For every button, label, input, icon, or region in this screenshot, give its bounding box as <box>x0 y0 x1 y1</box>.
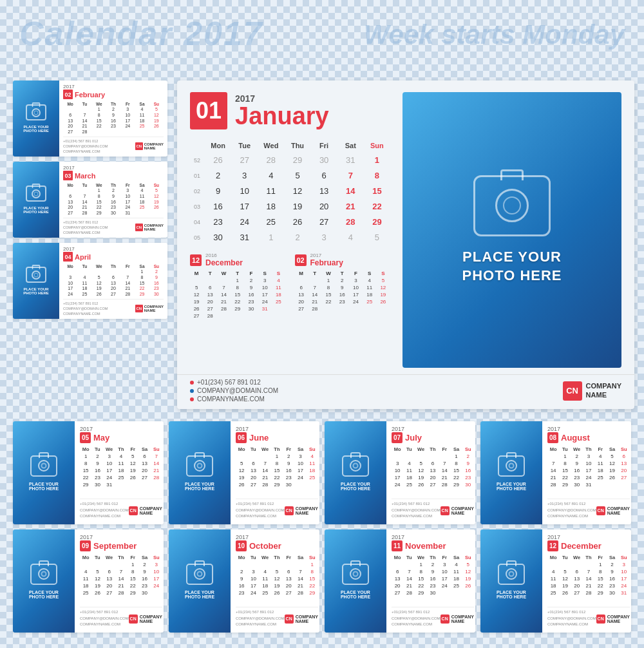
apr-num-box: 04 <box>63 252 73 262</box>
logo-box: CN <box>563 381 582 401</box>
january-name: January <box>235 104 329 128</box>
jul-content: 2017 07 July MoTuWeThFrSaSu 12 3456789 1… <box>386 421 475 524</box>
aug-photo-text: PLACE YOUR PHOTO HERE <box>497 482 526 491</box>
nov-photo-text: PLACE YOUR PHOTO HERE <box>341 590 370 599</box>
feb-photo-text: PLACE YOUR PHOTO HERE <box>23 125 49 133</box>
bottom-card-nov: PLACE YOUR PHOTO HERE 2017 11 November M… <box>325 529 475 633</box>
camera-icon-med-oct <box>186 564 213 585</box>
company-logo: CN COMPANY NAME <box>563 381 621 401</box>
mar-header: 2017 03 March <box>63 165 164 180</box>
feb-month-name: February <box>75 91 105 99</box>
sep-photo: PLACE YOUR PHOTO HERE <box>13 529 75 633</box>
mar-card-content: 2017 03 March MoTuWeThFrSaSu 12345 67891… <box>59 162 167 238</box>
mar-cal: MoTuWeThFrSaSu 12345 6789101112 13141516… <box>63 182 164 216</box>
main-calendar-section: 01 2017 January Mon Tue Wed Thu Fri Sat … <box>190 92 390 368</box>
mini-dec-num: 12 <box>190 254 202 266</box>
mini-dec-header: 12 2016 December <box>190 253 285 267</box>
may-photo: PLACE YOUR PHOTO HERE <box>13 421 75 524</box>
main-january-card: 01 2017 January Mon Tue Wed Thu Fri Sat … <box>177 81 634 409</box>
mar-num-box: 03 <box>63 171 73 180</box>
apr-footer: +01(234) 567 891 012 COMPANY@DOMAIN.COM … <box>63 299 164 317</box>
email-line: COMPANY@DOMAIN.COM <box>190 387 278 394</box>
jul-header: 2017 07 July <box>392 426 474 443</box>
apr-cal: MoTuWeThFrSaSu 12 3456789 10111213141516… <box>63 263 164 297</box>
oct-content: 2017 10 October MoTuWeThFrSaSu 1 2345678… <box>231 529 319 633</box>
main-contact-footer: +01(234) 567 891 012 COMPANY@DOMAIN.COM … <box>177 374 634 409</box>
jun-photo: PLACE YOUR PHOTO HERE <box>169 421 231 524</box>
camera-icon-med-jul <box>342 455 369 477</box>
camera-icon-med-jun <box>186 455 213 477</box>
sep-photo-text: PLACE YOUR PHOTO HERE <box>29 590 59 599</box>
feb-header: 2017 02 February <box>63 84 164 99</box>
watermark-title: Calendar 2017 <box>19 14 263 53</box>
company-name: COMPANY NAME <box>586 382 621 399</box>
dec-photo-text: PLACE YOUR PHOTO HERE <box>497 590 526 599</box>
camera-icon-med-dec <box>498 564 525 585</box>
cal-week-04: 04 23 24 25 26 27 28 29 <box>190 215 390 229</box>
camera-icon-small-apr <box>26 267 46 283</box>
january-month-header: 01 2017 January <box>190 92 390 129</box>
sidebar-card-feb: PLACE YOUR PHOTO HERE 2017 02 February M… <box>13 81 167 157</box>
jul-photo: PLACE YOUR PHOTO HERE <box>325 421 386 524</box>
camera-icon-small-feb <box>26 104 46 120</box>
phone-text: +01(234) 567 891 012 <box>197 379 261 386</box>
phone-line: +01(234) 567 891 012 <box>190 379 278 386</box>
apr-header: 2017 04 April <box>63 246 164 262</box>
sep-content: 2017 09 September MoTuWeThFrSaSu 123 456… <box>75 529 164 633</box>
bottom-card-jul: PLACE YOUR PHOTO HERE 2017 07 July MoTuW… <box>325 421 475 524</box>
nov-content: 2017 11 November MoTuWeThFrSaSu 12345 67… <box>386 529 475 633</box>
may-header: 2017 05 May <box>80 426 162 443</box>
apr-photo-text: PLACE YOUR PHOTO HERE <box>23 287 49 295</box>
feb-num-box: 02 <box>63 90 73 99</box>
mar-year: 2017 <box>63 165 75 171</box>
main-photo-placeholder: PLACE YOUR PHOTO HERE <box>402 92 621 368</box>
phone-dot <box>190 381 194 385</box>
bottom-card-aug: PLACE YOUR PHOTO HERE 2017 08 August MoT… <box>480 421 631 524</box>
cal-week-01: 01 2 3 4 5 6 7 8 <box>190 169 390 182</box>
camera-icon-med-nov <box>342 564 369 585</box>
aug-content: 2017 08 August MoTuWeThFrSaSu 123456 789… <box>542 421 631 524</box>
may-content: 2017 05 May MoTuWeThFrSaSu 1234567 89101… <box>75 421 164 524</box>
camera-icon-med-may <box>30 455 57 477</box>
january-grid: Mon Tue Wed Thu Fri Sat Sun 52 26 27 28 … <box>190 140 390 244</box>
mini-dec-name: December <box>205 258 243 267</box>
bottom-card-may: PLACE YOUR PHOTO HERE 2017 05 May MoTuWe… <box>13 421 164 524</box>
dec-header: 2017 12 December <box>547 534 630 551</box>
camera-icon-med-aug <box>498 455 525 477</box>
dec-content: 2017 12 December MoTuWeThFrSaSu 123 4567… <box>542 529 631 633</box>
may-photo-text: PLACE YOUR PHOTO HERE <box>29 482 59 491</box>
camera-icon-small-mar <box>26 186 46 202</box>
camera-icon-med-sep <box>30 564 57 585</box>
mini-feb-cal: MTWTFSS 12345 6789101112 13141516171819 … <box>295 270 390 312</box>
mar-month-name: March <box>75 172 95 180</box>
mar-photo-text: PLACE YOUR PHOTO HERE <box>23 206 49 214</box>
nov-photo: PLACE YOUR PHOTO HERE <box>325 529 386 633</box>
cal-week-02: 02 9 10 11 12 13 14 15 <box>190 184 390 198</box>
oct-photo: PLACE YOUR PHOTO HERE <box>169 529 231 633</box>
email-text: COMPANY@DOMAIN.COM <box>197 387 278 394</box>
january-text-block: 2017 January <box>235 93 329 128</box>
apr-month-name: April <box>75 253 91 261</box>
bottom-grid: PLACE YOUR PHOTO HERE 2017 05 May MoTuWe… <box>13 421 631 633</box>
mini-feb-header: 02 2017 February <box>295 253 390 267</box>
aug-photo: PLACE YOUR PHOTO HERE <box>480 421 542 524</box>
bottom-card-jun: PLACE YOUR PHOTO HERE 2017 06 June MoTuW… <box>169 421 319 524</box>
mini-feb: 02 2017 February MTWTFSS 12345 678910111… <box>295 253 390 319</box>
bottom-card-oct: PLACE YOUR PHOTO HERE 2017 10 October Mo… <box>169 529 319 633</box>
feb-cal: Mo Tu We Th Fr Sa Su 12345 6789101112 13… <box>63 101 164 135</box>
cal-header: Mon Tue Wed Thu Fri Sat Sun <box>190 140 390 151</box>
website-text: COMPANYNAME.COM <box>197 395 265 403</box>
mar-footer: +01(234) 567 891 012 COMPANY@DOMAIN.COM … <box>63 218 164 236</box>
oct-photo-text: PLACE YOUR PHOTO HERE <box>185 590 214 599</box>
sidebar-cards: PLACE YOUR PHOTO HERE 2017 02 February M… <box>13 81 167 319</box>
mini-feb-name: February <box>310 258 343 267</box>
contact-info: +01(234) 567 891 012 COMPANY@DOMAIN.COM … <box>190 379 278 403</box>
mar-photo-placeholder: PLACE YOUR PHOTO HERE <box>13 162 59 238</box>
jul-photo-text: PLACE YOUR PHOTO HERE <box>341 482 370 491</box>
feb-photo-placeholder: PLACE YOUR PHOTO HERE <box>13 81 59 157</box>
apr-year: 2017 <box>63 246 75 252</box>
mini-dec-cal: MTWTFSS 1234 567891011 12131415161718 19… <box>190 270 285 319</box>
nov-header: 2017 11 November <box>392 534 474 551</box>
website-dot <box>190 397 194 401</box>
mini-months: 12 2016 December MTWTFSS 1234 567891011 … <box>190 246 390 319</box>
